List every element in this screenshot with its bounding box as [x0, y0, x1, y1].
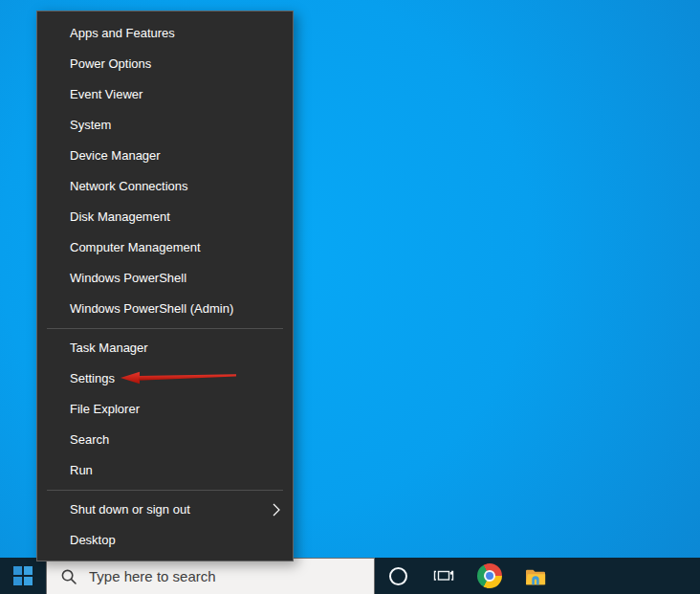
chevron-right-icon — [273, 503, 280, 517]
menu-item-label: Device Manager — [70, 148, 161, 163]
menu-item-label: Disk Management — [70, 209, 170, 224]
menu-item-label: Settings — [70, 371, 115, 385]
task-view-icon — [431, 563, 456, 588]
menu-item-label: Network Connections — [70, 179, 188, 193]
search-icon — [59, 567, 78, 586]
task-view-button[interactable] — [421, 558, 467, 594]
menu-item-settings[interactable]: Settings — [37, 363, 293, 394]
menu-item-system[interactable]: System — [37, 110, 293, 141]
menu-item-disk-management[interactable]: Disk Management — [37, 202, 293, 232]
menu-separator — [47, 328, 283, 329]
menu-item-label: Desktop — [70, 533, 116, 547]
menu-item-label: Task Manager — [70, 341, 148, 355]
menu-item-label: File Explorer — [70, 402, 140, 416]
menu-item-label: Run — [70, 463, 93, 477]
taskbar-search-box[interactable] — [46, 558, 375, 594]
taskbar — [0, 558, 700, 594]
menu-item-run[interactable]: Run — [37, 455, 293, 486]
chrome-icon — [477, 563, 502, 588]
menu-item-network-connections[interactable]: Network Connections — [37, 171, 293, 202]
menu-item-computer-management[interactable]: Computer Management — [37, 232, 293, 263]
windows-logo-icon — [13, 566, 33, 585]
start-button[interactable] — [0, 558, 46, 594]
menu-item-label: Windows PowerShell — [70, 271, 186, 285]
menu-item-label: Apps and Features — [70, 26, 175, 40]
menu-item-search[interactable]: Search — [37, 425, 293, 455]
menu-item-label: Computer Management — [70, 240, 201, 254]
menu-item-windows-powershell-admin[interactable]: Windows PowerShell (Admin) — [37, 294, 293, 324]
menu-item-label: Search — [70, 432, 109, 447]
cortana-circle-icon — [389, 567, 407, 585]
cortana-button[interactable] — [375, 558, 421, 594]
chrome-button[interactable] — [467, 558, 513, 594]
menu-item-desktop[interactable]: Desktop — [37, 525, 293, 556]
menu-item-device-manager[interactable]: Device Manager — [37, 141, 293, 171]
file-explorer-icon — [523, 563, 548, 588]
menu-item-label: Shut down or sign out — [70, 502, 190, 517]
menu-item-event-viewer[interactable]: Event Viewer — [37, 79, 293, 110]
menu-item-windows-powershell[interactable]: Windows PowerShell — [37, 263, 293, 294]
menu-item-shut-down-or-sign-out[interactable]: Shut down or sign out — [37, 495, 293, 525]
search-input[interactable] — [87, 567, 349, 585]
menu-item-file-explorer[interactable]: File Explorer — [37, 394, 293, 425]
menu-item-task-manager[interactable]: Task Manager — [37, 333, 293, 363]
win-x-menu: Apps and FeaturesPower OptionsEvent View… — [36, 11, 294, 561]
menu-item-power-options[interactable]: Power Options — [37, 49, 293, 79]
menu-item-label: Event Viewer — [70, 87, 142, 101]
menu-item-label: Power Options — [70, 56, 151, 71]
menu-item-label: Windows PowerShell (Admin) — [70, 301, 233, 316]
file-explorer-button[interactable] — [513, 558, 558, 594]
menu-item-label: System — [70, 118, 111, 132]
menu-separator — [47, 490, 283, 491]
menu-item-apps-and-features[interactable]: Apps and Features — [37, 18, 293, 49]
